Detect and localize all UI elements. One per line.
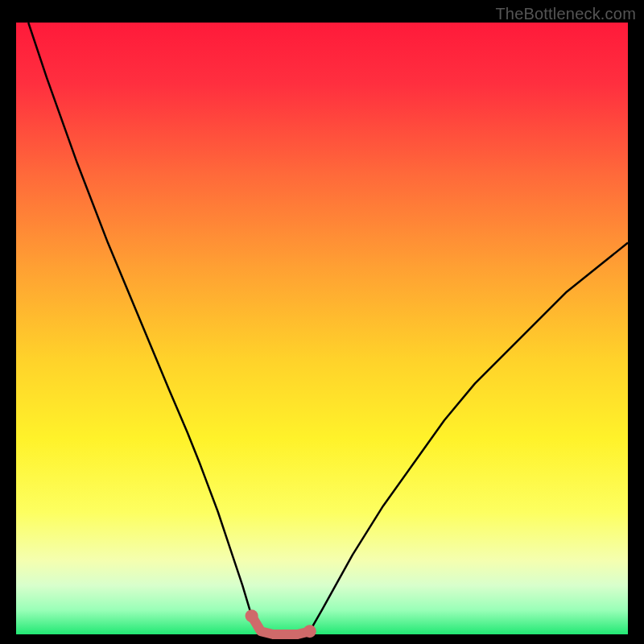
watermark-label: TheBottleneck.com bbox=[495, 5, 636, 23]
chart-background-gradient bbox=[16, 23, 628, 634]
highlight-endpoint bbox=[303, 625, 316, 638]
bottleneck-chart: TheBottleneck.com bbox=[0, 0, 644, 644]
chart-svg bbox=[0, 0, 644, 644]
highlight-endpoint bbox=[246, 609, 258, 622]
